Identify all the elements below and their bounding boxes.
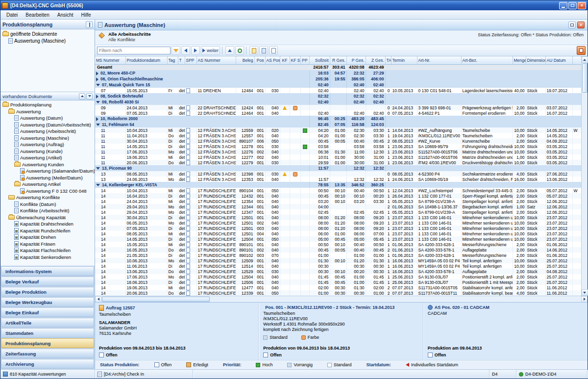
table-row[interactable]: 0715.05.2013Frdet11 DREHEN1248400103002:…	[95, 88, 581, 93]
column-header-pp[interactable]: PP	[300, 56, 309, 64]
pin-icon[interactable]	[86, 21, 93, 28]
tree-item-auswertung-kunden[interactable]: Auswertung Kunden	[0, 161, 95, 168]
column-header-kf[interactable]: KF	[280, 56, 290, 64]
table-row[interactable]: 1324.06.2013Modet12 FRÄSEN 3 ACHS1235300…	[95, 177, 581, 182]
maximize-button[interactable]	[568, 2, 577, 9]
offen-checkbox[interactable]	[99, 353, 104, 357]
minimize-button[interactable]	[559, 2, 567, 9]
table-row[interactable]: 1411.06.2013Didet17 RUNDSCHLEIFEN1251400…	[95, 263, 581, 269]
column-header-w[interactable]	[572, 56, 581, 64]
offen-checkbox[interactable]	[428, 353, 433, 357]
tree-item-auswertung-maschine[interactable]: Auswertung (Maschine)	[0, 135, 95, 142]
summary-row[interactable]: Gesamt2416:57303:414320:084623:49	[95, 64, 581, 70]
tree-item-kapazität-fräsen[interactable]: Kapazität Fräsen	[0, 241, 95, 248]
column-header-ta[interactable]: TA	[385, 56, 391, 64]
tree-item-auswertung-salamander-datum[interactable]: Auswertung (Salamander/Datum)	[0, 168, 95, 175]
column-header-as[interactable]: AS Nummer	[196, 56, 236, 64]
tree-item-geöffnete-dokumente[interactable]: geöffnete Dokumente	[0, 31, 95, 38]
column-header-pos[interactable]: Pos	[254, 56, 265, 64]
table-row[interactable]: 1414.05.2013Didet17 RUNDSCHLEIFEN1250400…	[95, 236, 581, 242]
tree-item-kapazität-senkerodieren[interactable]: Kapazität Senkerodieren	[0, 254, 95, 261]
nav-button-belege-verkauf[interactable]: Belege Verkauf	[1, 277, 94, 286]
tree-item-überwachung-kapazität[interactable]: Überwachung Kapazität	[0, 214, 95, 221]
vertical-scrollbar[interactable]	[581, 56, 588, 296]
tree-item-auswertung-auftrag[interactable]: Auswertung (Auftrag)	[0, 141, 95, 148]
table-row[interactable]: 1429.04.2013Modet17 RUNDSCHLEIFEN1234400…	[95, 204, 581, 209]
menu-item-bearbeiten[interactable]: Bearbeiten	[22, 11, 53, 19]
tree-item-auswertung-arbeitsschritt[interactable]: Auswertung (Arbeitsschritt)	[0, 128, 95, 135]
table-row[interactable]: 1308.05.2013Midet12 FRÄSEN 3 ACHS1239800…	[95, 171, 581, 177]
table-row[interactable]: 1119.06.2013Midet12 FRÄSEN 3 ACHS1227700…	[95, 154, 581, 160]
expand-icon[interactable]	[96, 72, 98, 76]
column-header-z[interactable]: Z Ges.	[366, 56, 385, 64]
nav-button-artikel-teile[interactable]: Artikel/Teile	[1, 318, 94, 328]
table-row[interactable]: 1420.06.2013Dodet17 RUNDSCHLEIFEN1233900…	[95, 290, 581, 296]
grid-options-button[interactable]	[577, 46, 586, 55]
close-document-button[interactable]: ×	[577, 22, 585, 28]
column-header-datum[interactable]: Produktionsdatum	[125, 56, 167, 64]
table-row[interactable]: 1417.06.2013Modet17 RUNDSCHLEIFEN1250400…	[95, 274, 581, 279]
collapse-icon[interactable]	[96, 184, 100, 186]
scrollbar-thumb[interactable]	[582, 63, 588, 93]
group-row[interactable]: 11, Fehlmann 5482:4507:05116:58124:03	[95, 122, 581, 127]
column-header-r[interactable]: R Ges.	[330, 56, 346, 64]
collapse-icon[interactable]	[96, 101, 100, 103]
tree-item-kapazität-flachschleifen[interactable]: Kapazität Flachschleifen	[0, 247, 95, 254]
close-button[interactable]: ×	[578, 2, 586, 9]
tree-item-konflikte-datum[interactable]: Konflikte (Datum)	[0, 201, 95, 208]
scrollbar-thumb[interactable]	[102, 297, 210, 302]
column-header-ms[interactable]: MS Nummer	[95, 56, 125, 64]
tree-item-auswertung[interactable]: Auswertung	[0, 108, 95, 115]
scroll-right-button[interactable]	[581, 296, 588, 303]
group-row[interactable]: 09, Robofil 4030 SI02:4002:4002:40	[95, 99, 581, 105]
table-row[interactable]: 1413.06.2013Dodet17 RUNDSCHLEIFEN1252900…	[95, 269, 581, 274]
column-header-menge[interactable]: Menge	[513, 56, 526, 64]
group-row[interactable]: 08, Sodick Bohrteufel02:3202:3202:32	[95, 93, 581, 99]
tree-item-auswertung-datum-arbeitsschritt[interactable]: Auswertung (Datum/Arbeitsschritt)	[0, 122, 95, 128]
column-header-tag[interactable]: Tag	[167, 56, 178, 64]
flag-farbe[interactable]: Farbe	[301, 335, 319, 340]
nav-button-informations-system[interactable]: Informations-System	[1, 266, 94, 276]
menu-item-hilfe[interactable]: Hilfe	[77, 11, 95, 19]
nav-button-archivierung[interactable]: Archivierung	[1, 359, 94, 369]
table-row[interactable]: 0924.04.2013Midet22 DRAHTSCHNEIDEN124240…	[95, 105, 581, 110]
nav-button-belege-einkauf[interactable]: Belege Einkauf	[1, 307, 94, 317]
expand-icon[interactable]	[96, 117, 98, 121]
column-header-p[interactable]: P Ges.	[346, 56, 366, 64]
column-header-spp[interactable]: SPP	[185, 56, 196, 64]
column-header-kfs[interactable]: KF S	[290, 56, 300, 64]
print-button[interactable]	[259, 46, 268, 55]
scroll-up-button[interactable]	[79, 93, 85, 100]
group-row[interactable]: 14, Kellenberger KEL-VISTA78:5513:35346:…	[95, 182, 581, 188]
nav-button-belege-werkzeugbau[interactable]: Belege Werkzeugbau	[1, 297, 94, 307]
table-row[interactable]: 1120.06.2013Dodet12 FRÄSEN 3 ACHS1227900…	[95, 160, 581, 165]
expand-icon[interactable]	[96, 95, 98, 99]
column-header-aspos[interactable]: AS Pos	[265, 56, 280, 64]
scroll-up-button[interactable]	[582, 56, 588, 63]
tree-item-kapazität-rundschleifen[interactable]: Kapazität Rundschleifen	[0, 227, 95, 234]
collapse-icon[interactable]	[96, 167, 100, 170]
tree-item-auswertung-meiler-datum[interactable]: Auswertung (Meiler/Datum)	[0, 175, 95, 181]
column-header-art[interactable]: Art-Nr.	[417, 56, 461, 64]
filter-apply-button[interactable]	[172, 46, 180, 55]
nav-button-zeiterfassung[interactable]: Zeiterfassung	[1, 349, 94, 358]
scroll-left-button[interactable]	[95, 296, 101, 303]
group-row[interactable]: 10, Roboform 200096:4500:25483:20483:45	[95, 116, 581, 122]
tree-item-kapazität-drehen[interactable]: Kapazität Drehen	[0, 234, 95, 241]
tree-item-auswertung-f-0-132-c00-048[interactable]: Auswertung F 0 132 C00 048	[0, 188, 95, 195]
table-row[interactable]: 1424.04.2013Midet17 RUNDSCHLEIFEN1235400…	[95, 199, 581, 204]
table-row[interactable]: 1430.04.2013Didet17 RUNDSCHLEIFEN1250100…	[95, 215, 581, 220]
table-row[interactable]: 1406.05.2013Modet17 RUNDSCHLEIFEN1250100…	[95, 220, 581, 226]
table-row[interactable]: 1408.05.2013Midet17 RUNDSCHLEIFEN1250100…	[95, 231, 581, 236]
column-header-beleg[interactable]: Beleg	[236, 56, 254, 64]
tree-item-konflikte-arbeitsschritt[interactable]: Konflikte (Arbeitsschritt)	[0, 207, 95, 214]
export-button[interactable]	[249, 46, 258, 55]
expand-icon[interactable]	[96, 77, 98, 81]
column-header-dim[interactable]: Dimension	[526, 56, 545, 64]
scroll-down-button[interactable]	[582, 289, 588, 296]
table-row[interactable]: 1407.05.2013Didet17 RUNDSCHLEIFEN1250100…	[95, 226, 581, 231]
tree-item-produktionsplanung[interactable]: Produktionsplanung	[0, 101, 95, 108]
group-row[interactable]: 06, Orion Flachschleifmaschine205:3619:5…	[95, 76, 581, 82]
group-row[interactable]: 13, Picomax 9011:5712:3212:32	[95, 165, 581, 171]
table-row[interactable]: 1416.04.2013Didet17 RUNDSCHLEIFEN1243200…	[95, 193, 581, 199]
